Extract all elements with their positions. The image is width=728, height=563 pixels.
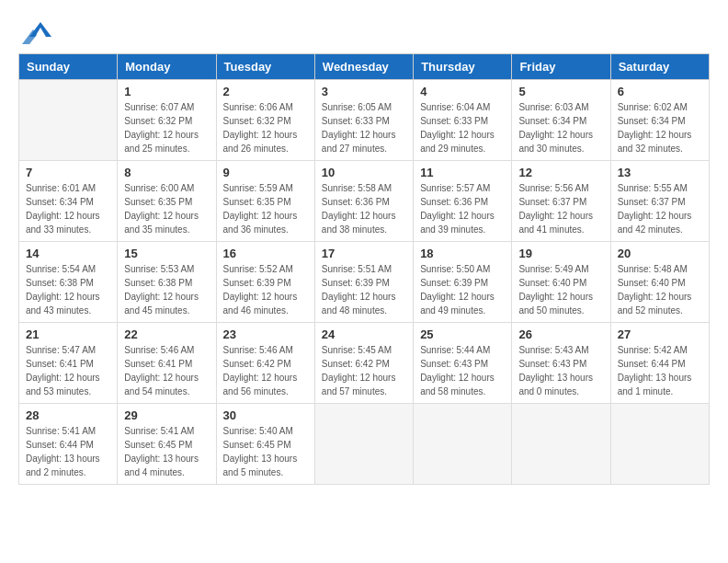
daylight-line2: and 48 minutes. [322, 304, 406, 317]
daylight-line1: Daylight: 12 hours [124, 290, 209, 304]
sunrise-line: Sunrise: 5:55 AM [618, 181, 702, 195]
daylight-line1: Daylight: 12 hours [618, 209, 702, 223]
header-saturday: Saturday [610, 54, 709, 80]
day-number: 18 [420, 247, 505, 260]
sunrise-line: Sunrise: 6:00 AM [124, 181, 209, 195]
sunset-line: Sunset: 6:39 PM [420, 276, 505, 290]
daylight-line2: and 29 minutes. [420, 142, 505, 155]
day-info: Sunrise: 5:51 AMSunset: 6:39 PMDaylight:… [322, 262, 406, 317]
day-info: Sunrise: 5:41 AMSunset: 6:45 PMDaylight:… [124, 424, 209, 479]
day-number: 22 [124, 327, 209, 341]
day-info: Sunrise: 6:06 AMSunset: 6:32 PMDaylight:… [223, 100, 308, 155]
daylight-line1: Daylight: 12 hours [322, 209, 406, 223]
daylight-line2: and 45 minutes. [124, 304, 209, 317]
day-info: Sunrise: 6:02 AMSunset: 6:34 PMDaylight:… [618, 100, 702, 155]
header-friday: Friday [512, 54, 610, 80]
day-number: 29 [124, 408, 209, 422]
daylight-line2: and 5 minutes. [223, 465, 308, 479]
calendar-cell: 2Sunrise: 6:06 AMSunset: 6:32 PMDaylight… [216, 80, 314, 161]
calendar-cell: 9Sunrise: 5:59 AMSunset: 6:35 PMDaylight… [216, 161, 314, 242]
logo [18, 18, 51, 44]
sunrise-line: Sunrise: 5:41 AM [26, 424, 110, 438]
day-number: 15 [124, 247, 209, 260]
day-info: Sunrise: 6:07 AMSunset: 6:32 PMDaylight:… [124, 100, 209, 155]
day-info: Sunrise: 5:46 AMSunset: 6:42 PMDaylight:… [223, 343, 308, 398]
day-number: 20 [618, 247, 702, 260]
daylight-line2: and 33 minutes. [26, 223, 110, 236]
sunset-line: Sunset: 6:36 PM [322, 195, 406, 209]
logo-icon [22, 18, 51, 44]
day-number: 3 [322, 85, 406, 98]
sunrise-line: Sunrise: 6:04 AM [420, 100, 505, 114]
calendar-cell: 1Sunrise: 6:07 AMSunset: 6:32 PMDaylight… [118, 80, 216, 161]
sunrise-line: Sunrise: 6:01 AM [26, 181, 110, 195]
sunrise-line: Sunrise: 5:45 AM [322, 343, 406, 357]
daylight-line2: and 35 minutes. [124, 223, 209, 236]
sunset-line: Sunset: 6:44 PM [618, 357, 702, 371]
day-info: Sunrise: 5:58 AMSunset: 6:36 PMDaylight:… [322, 181, 406, 236]
calendar-cell: 29Sunrise: 5:41 AMSunset: 6:45 PMDayligh… [118, 404, 216, 485]
day-number: 30 [223, 408, 308, 422]
day-info: Sunrise: 6:00 AMSunset: 6:35 PMDaylight:… [124, 181, 209, 236]
daylight-line2: and 57 minutes. [322, 385, 406, 398]
sunset-line: Sunset: 6:45 PM [223, 438, 308, 452]
day-info: Sunrise: 5:52 AMSunset: 6:39 PMDaylight:… [223, 262, 308, 317]
daylight-line2: and 42 minutes. [618, 223, 702, 236]
day-info: Sunrise: 5:46 AMSunset: 6:41 PMDaylight:… [124, 343, 209, 398]
day-info: Sunrise: 5:49 AMSunset: 6:40 PMDaylight:… [518, 262, 603, 317]
sunset-line: Sunset: 6:34 PM [618, 114, 702, 128]
daylight-line2: and 52 minutes. [618, 304, 702, 317]
daylight-line2: and 54 minutes. [124, 385, 209, 398]
calendar-cell: 5Sunrise: 6:03 AMSunset: 6:34 PMDaylight… [512, 80, 610, 161]
day-number: 23 [223, 327, 308, 341]
daylight-line2: and 27 minutes. [322, 142, 406, 155]
sunrise-line: Sunrise: 5:46 AM [223, 343, 308, 357]
day-info: Sunrise: 5:41 AMSunset: 6:44 PMDaylight:… [26, 424, 110, 479]
sunset-line: Sunset: 6:35 PM [124, 195, 209, 209]
sunset-line: Sunset: 6:39 PM [223, 276, 308, 290]
calendar-cell [414, 404, 512, 485]
calendar-cell: 12Sunrise: 5:56 AMSunset: 6:37 PMDayligh… [512, 161, 610, 242]
sunset-line: Sunset: 6:45 PM [124, 438, 209, 452]
calendar-week-1: 7Sunrise: 6:01 AMSunset: 6:34 PMDaylight… [19, 161, 710, 242]
sunrise-line: Sunrise: 5:50 AM [420, 262, 505, 276]
calendar-cell: 3Sunrise: 6:05 AMSunset: 6:33 PMDaylight… [314, 80, 413, 161]
header-monday: Monday [118, 54, 216, 80]
day-info: Sunrise: 5:59 AMSunset: 6:35 PMDaylight:… [223, 181, 308, 236]
daylight-line1: Daylight: 12 hours [420, 290, 505, 304]
calendar-cell: 27Sunrise: 5:42 AMSunset: 6:44 PMDayligh… [610, 323, 709, 404]
sunset-line: Sunset: 6:42 PM [223, 357, 308, 371]
day-info: Sunrise: 6:04 AMSunset: 6:33 PMDaylight:… [420, 100, 505, 155]
sunrise-line: Sunrise: 5:52 AM [223, 262, 308, 276]
daylight-line1: Daylight: 12 hours [518, 209, 603, 223]
daylight-line2: and 49 minutes. [420, 304, 505, 317]
sunset-line: Sunset: 6:34 PM [26, 195, 110, 209]
calendar-cell: 30Sunrise: 5:40 AMSunset: 6:45 PMDayligh… [216, 404, 314, 485]
calendar-cell: 16Sunrise: 5:52 AMSunset: 6:39 PMDayligh… [216, 242, 314, 323]
daylight-line1: Daylight: 12 hours [26, 290, 110, 304]
daylight-line2: and 50 minutes. [518, 304, 603, 317]
sunset-line: Sunset: 6:42 PM [322, 357, 406, 371]
day-info: Sunrise: 6:03 AMSunset: 6:34 PMDaylight:… [518, 100, 603, 155]
daylight-line2: and 38 minutes. [322, 223, 406, 236]
sunset-line: Sunset: 6:41 PM [26, 357, 110, 371]
day-number: 6 [618, 85, 702, 98]
sunrise-line: Sunrise: 5:59 AM [223, 181, 308, 195]
day-number: 19 [518, 247, 603, 260]
calendar-cell: 20Sunrise: 5:48 AMSunset: 6:40 PMDayligh… [610, 242, 709, 323]
calendar-cell: 25Sunrise: 5:44 AMSunset: 6:43 PMDayligh… [414, 323, 512, 404]
calendar-cell: 15Sunrise: 5:53 AMSunset: 6:38 PMDayligh… [118, 242, 216, 323]
daylight-line2: and 1 minute. [618, 385, 702, 398]
sunrise-line: Sunrise: 6:02 AM [618, 100, 702, 114]
sunrise-line: Sunrise: 5:41 AM [124, 424, 209, 438]
header-sunday: Sunday [19, 54, 118, 80]
calendar-week-2: 14Sunrise: 5:54 AMSunset: 6:38 PMDayligh… [19, 242, 710, 323]
day-info: Sunrise: 5:57 AMSunset: 6:36 PMDaylight:… [420, 181, 505, 236]
sunrise-line: Sunrise: 5:46 AM [124, 343, 209, 357]
day-number: 12 [518, 166, 603, 179]
sunrise-line: Sunrise: 6:07 AM [124, 100, 209, 114]
sunrise-line: Sunrise: 5:44 AM [420, 343, 505, 357]
sunset-line: Sunset: 6:38 PM [124, 276, 209, 290]
daylight-line1: Daylight: 13 hours [223, 452, 308, 465]
day-number: 4 [420, 85, 505, 98]
